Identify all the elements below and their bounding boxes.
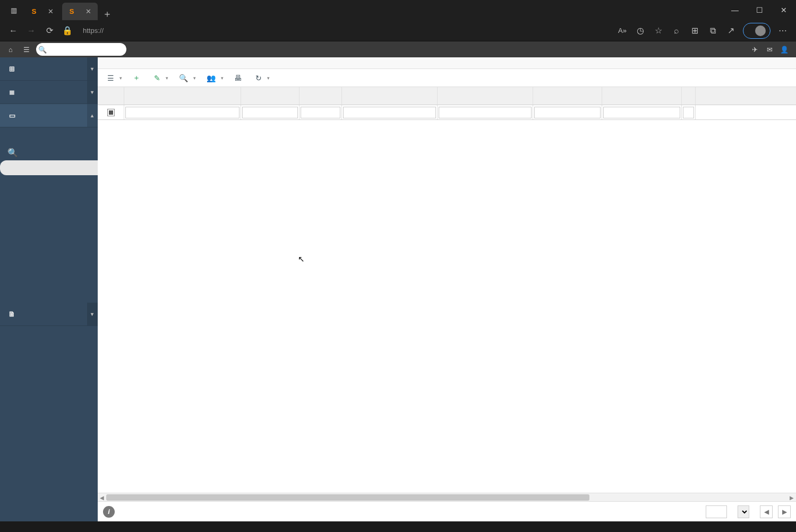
grid-filter-row xyxy=(98,105,796,120)
plus-icon: ＋ xyxy=(133,73,140,83)
back-icon[interactable]: ← xyxy=(4,22,22,39)
sidebar-sub-eksport[interactable] xyxy=(0,285,98,299)
sidebar-sub-pracownicy[interactable] xyxy=(0,175,98,190)
col-nip[interactable] xyxy=(241,87,299,105)
col-aktywne[interactable] xyxy=(98,87,124,105)
filter-checkbox[interactable] xyxy=(107,109,115,116)
col-ulica[interactable] xyxy=(438,87,533,105)
browser-tab-2[interactable]: S ✕ xyxy=(62,3,98,20)
filter-miejscowosc[interactable] xyxy=(343,107,436,118)
sidebar-item-nowy[interactable]: ⊞ ▾ xyxy=(0,57,98,81)
filter-kod[interactable] xyxy=(301,107,340,118)
chevron-down-icon[interactable]: ▾ xyxy=(87,57,98,80)
sidebar-sub-kontrahenci[interactable] xyxy=(0,160,98,175)
recipients-button[interactable]: 👥▾ xyxy=(201,71,229,85)
sidebar-sub-przewoznicy[interactable] xyxy=(0,190,98,205)
sidebar-item-magazyn[interactable]: ≣ ▾ xyxy=(0,81,98,104)
new-tab-button[interactable]: ＋ xyxy=(100,7,115,20)
browser-login-button[interactable] xyxy=(743,23,771,39)
chevron-down-icon[interactable]: ▾ xyxy=(87,303,98,325)
close-window-icon[interactable]: ✕ xyxy=(772,0,796,20)
browser-titlebar: ▥ S ✕ S ✕ ＋ — ☐ ✕ xyxy=(0,0,796,20)
sidebar-sub-wozki[interactable] xyxy=(0,250,98,264)
search-icon: 🔍 xyxy=(38,43,47,56)
toggle-sidebar-icon[interactable]: ☰ xyxy=(20,43,33,56)
avatar-icon xyxy=(755,25,766,36)
tab-actions-icon[interactable]: ▥ xyxy=(3,0,24,20)
col-kod[interactable] xyxy=(299,87,342,105)
sidebar-item-informacje[interactable]: 🗎 ▾ xyxy=(0,303,98,326)
maximize-icon[interactable]: ☐ xyxy=(747,0,772,20)
col-miejscowosc[interactable] xyxy=(342,87,438,105)
pager-page-input[interactable] xyxy=(706,505,727,518)
close-icon[interactable]: ✕ xyxy=(85,7,91,15)
info-icon[interactable]: ◷ xyxy=(631,22,649,39)
sidebar: ⊞ ▾ ≣ ▾ ▭ ▴ 🔍 🗎 ▾ xyxy=(0,57,98,521)
minimize-icon[interactable]: — xyxy=(723,0,747,20)
edit-button[interactable]: ✎▾ xyxy=(149,71,174,85)
user-icon[interactable]: 👤 xyxy=(777,42,792,57)
sidebar-sub-uslugi[interactable] xyxy=(0,205,98,220)
extensions-icon[interactable]: ⧉ xyxy=(704,22,722,39)
filter-more[interactable] xyxy=(683,107,694,118)
chevron-down-icon[interactable]: ▾ xyxy=(87,81,98,104)
history-button[interactable]: ↻▾ xyxy=(250,71,275,85)
sidebar-sub-palety[interactable] xyxy=(0,235,98,250)
col-nasz[interactable] xyxy=(533,87,602,105)
favorite-icon[interactable]: ☆ xyxy=(649,22,667,39)
share-icon[interactable]: ↗ xyxy=(722,22,740,39)
eye-icon: 🔍 xyxy=(179,74,188,82)
search-menu-icon[interactable]: ⌕ xyxy=(667,22,686,39)
mail-icon[interactable]: ✉ xyxy=(762,42,777,57)
inventory-icon: ≣ xyxy=(6,88,18,96)
grid-menu-button[interactable]: ☰▾ xyxy=(102,71,127,85)
content: ☰▾ ＋ ✎▾ 🔍▾ 👥▾ 🖶 ↻▾ xyxy=(98,57,796,521)
card-icon: ▭ xyxy=(6,111,18,119)
menu-icon[interactable]: ⋯ xyxy=(774,22,792,39)
app-search[interactable]: 🔍 xyxy=(36,43,126,56)
scroll-left-icon[interactable]: ◀ xyxy=(98,493,106,501)
sidebar-item-kartoteki[interactable]: ▭ ▴ xyxy=(0,104,98,127)
filter-nazwa[interactable] xyxy=(125,107,239,118)
refresh-icon[interactable]: ⟳ xyxy=(40,22,58,39)
pager-next-button[interactable]: ▶ xyxy=(778,505,791,518)
tray-icon[interactable]: ✈ xyxy=(747,42,762,57)
print-icon: 🖶 xyxy=(234,74,242,82)
url-field[interactable]: https:// xyxy=(76,23,613,39)
history-icon: ↻ xyxy=(255,74,262,82)
grid-header-row xyxy=(98,87,796,105)
pager-prev-button[interactable]: ◀ xyxy=(760,505,773,518)
panel-title xyxy=(98,57,796,69)
app-topbar: ⌂ ☰ 🔍 ✈ ✉ 👤 xyxy=(0,41,796,57)
filter-nasz[interactable] xyxy=(534,107,601,118)
menu-icon: ☰ xyxy=(107,74,114,82)
plus-icon: ⊞ xyxy=(6,65,18,73)
pager-size-select[interactable] xyxy=(738,505,749,518)
info-icon[interactable]: i xyxy=(103,506,115,518)
sidebar-sub-szukaj[interactable]: 🔍 xyxy=(0,145,98,160)
collections-icon[interactable]: ⊞ xyxy=(686,22,704,39)
filter-zapisal[interactable] xyxy=(603,107,680,118)
lock-icon[interactable]: 🔒 xyxy=(58,22,76,39)
print-button[interactable]: 🖶 xyxy=(229,71,250,85)
scroll-thumb[interactable] xyxy=(106,494,589,501)
browser-tab-1[interactable]: S ✕ xyxy=(24,3,60,20)
col-zapisal[interactable] xyxy=(602,87,682,105)
search-input[interactable] xyxy=(47,46,136,54)
close-icon[interactable]: ✕ xyxy=(48,7,54,15)
horizontal-scrollbar[interactable]: ◀ ▶ xyxy=(98,493,796,501)
chevron-up-icon[interactable]: ▴ xyxy=(87,104,98,127)
filter-nip[interactable] xyxy=(242,107,298,118)
data-grid: ◀ ▶ xyxy=(98,87,796,501)
sidebar-sub-import[interactable] xyxy=(0,270,98,285)
preview-button[interactable]: 🔍▾ xyxy=(174,71,201,85)
favicon-icon: S xyxy=(30,7,38,16)
add-button[interactable]: ＋ xyxy=(127,71,149,85)
tts-icon[interactable]: A» xyxy=(613,22,631,39)
sidebar-sub-lokalizacje[interactable] xyxy=(0,220,98,235)
col-nazwa[interactable] xyxy=(124,87,241,105)
filter-ulica[interactable] xyxy=(439,107,532,118)
sidebar-sub-asortyment[interactable] xyxy=(0,131,98,145)
scroll-right-icon[interactable]: ▶ xyxy=(788,493,796,501)
home-icon[interactable]: ⌂ xyxy=(4,43,17,56)
